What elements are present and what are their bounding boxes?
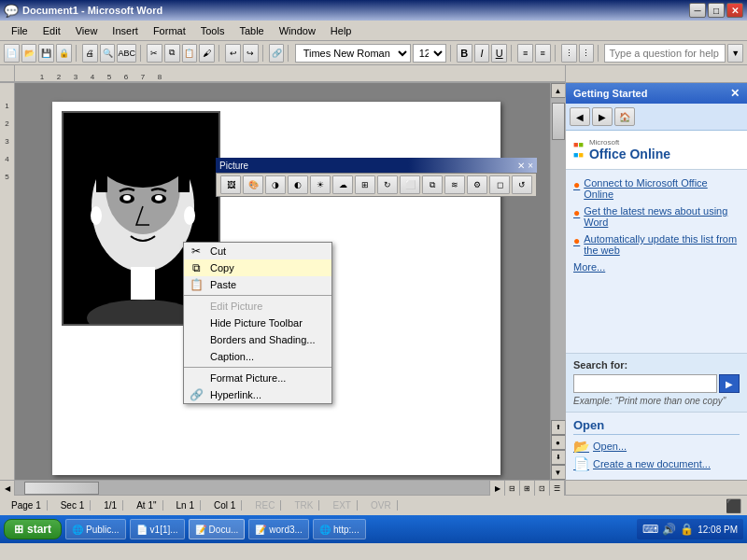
scroll-prev-page-button[interactable]: ⬆ — [551, 420, 566, 435]
menu-format[interactable]: Format — [146, 23, 193, 38]
vertical-scrollbar[interactable]: ▲ ⬆ ● ⬇ ▼ — [550, 83, 565, 480]
menu-view[interactable]: View — [68, 23, 106, 38]
new-button[interactable]: 📄 — [4, 44, 20, 63]
hyperlink-button[interactable]: 🔗 — [269, 44, 285, 63]
menu-window[interactable]: Window — [272, 23, 323, 38]
pic-rotate-btn[interactable]: ↻ — [377, 175, 398, 194]
scroll-up-button[interactable]: ▲ — [551, 83, 566, 98]
spell-button[interactable]: ABC — [117, 44, 136, 63]
help-search-input[interactable] — [604, 44, 726, 63]
paste-tb-button[interactable]: 📋 — [182, 44, 198, 63]
bullets-button[interactable]: ⋮ — [561, 44, 577, 63]
underline-button[interactable]: U — [491, 44, 507, 63]
gs-search-input[interactable] — [573, 374, 717, 393]
numbering-button[interactable]: ⋮ — [579, 44, 595, 63]
gs-close-button[interactable]: ✕ — [730, 87, 740, 100]
start-button[interactable]: ⊞ start — [4, 519, 62, 539]
app-icon: 💬 — [4, 4, 19, 18]
normal-view-btn[interactable]: ⊟ — [505, 481, 520, 496]
taskbar-btn-3[interactable]: 📝 word3... — [248, 519, 309, 539]
print-button[interactable]: 🖨 — [82, 44, 98, 63]
h-scroll-left-button[interactable]: ◀ — [0, 481, 15, 496]
ctx-format-picture[interactable]: Format Picture... — [184, 370, 331, 386]
pic-decrease-bright-btn[interactable]: ☁ — [332, 175, 353, 194]
save-button[interactable]: 💾 — [38, 44, 54, 63]
gs-new-doc[interactable]: 📄 Create a new document... — [573, 456, 740, 471]
gs-search-button[interactable]: ▶ — [719, 374, 740, 393]
ctx-copy[interactable]: ⧉ Copy — [184, 259, 331, 276]
sep2 — [140, 45, 143, 62]
taskbar-btn-0[interactable]: 🌐 Public... — [65, 519, 126, 539]
close-button[interactable]: ✕ — [726, 3, 743, 18]
gs-back-button[interactable]: ◀ — [570, 107, 590, 126]
bold-button[interactable]: B — [457, 44, 472, 63]
open-button[interactable]: 📂 — [21, 44, 37, 63]
gs-link-1[interactable]: ● Get the latest news about using Word — [573, 205, 740, 228]
web-view-btn[interactable]: ⊞ — [520, 481, 535, 496]
menu-table[interactable]: Table — [232, 23, 271, 38]
redo-button[interactable]: ↪ — [243, 44, 259, 63]
gs-forward-button[interactable]: ▶ — [592, 107, 613, 126]
ctx-hyperlink[interactable]: 🔗 Hyperlink... — [184, 386, 331, 403]
pic-transparent-btn[interactable]: ◻ — [489, 175, 510, 194]
align-center-button[interactable]: ≡ — [535, 44, 551, 63]
font-name-selector[interactable]: Times New Roman — [295, 44, 411, 63]
gs-link-0[interactable]: ● Connect to Microsoft Office Online — [573, 177, 740, 200]
menu-insert[interactable]: Insert — [105, 23, 146, 38]
help-dropdown-button[interactable]: ▼ — [727, 44, 743, 63]
menu-tools[interactable]: Tools — [193, 23, 233, 38]
undo-button[interactable]: ↩ — [225, 44, 241, 63]
pic-insert-btn[interactable]: 🖼 — [220, 175, 241, 194]
scroll-track[interactable] — [551, 98, 566, 420]
scroll-thumb[interactable] — [552, 103, 565, 140]
pic-increase-bright-btn[interactable]: ☀ — [310, 175, 331, 194]
copy-tb-button[interactable]: ⧉ — [164, 44, 180, 63]
gs-header: Getting Started ✕ — [566, 83, 747, 104]
pic-text-wrap-btn[interactable]: ≋ — [444, 175, 465, 194]
font-size-selector[interactable]: 12 — [413, 44, 446, 63]
h-scroll-track[interactable] — [15, 481, 489, 495]
ctx-sep2 — [184, 367, 331, 368]
permission-button[interactable]: 🔒 — [56, 44, 72, 63]
scroll-down-button[interactable]: ▼ — [551, 465, 566, 480]
picture-toolbar-close[interactable]: ✕ × — [517, 161, 533, 171]
ctx-paste[interactable]: 📋 Paste — [184, 276, 331, 293]
ctx-hide-toolbar[interactable]: Hide Picture Toolbar — [184, 315, 331, 331]
maximize-button[interactable]: □ — [708, 3, 725, 18]
gs-link-2[interactable]: ● Automatically update this list from th… — [573, 233, 740, 256]
taskbar-btn-1[interactable]: 📄 v1[1]... — [130, 519, 185, 539]
pic-decrease-contrast-btn[interactable]: ◐ — [288, 175, 308, 194]
h-scroll-right-button[interactable]: ▶ — [489, 481, 504, 496]
menu-help[interactable]: Help — [323, 23, 359, 38]
pic-increase-contrast-btn[interactable]: ◑ — [265, 175, 286, 194]
format-painter-button[interactable]: 🖌 — [199, 44, 215, 63]
gs-home-button[interactable]: 🏠 — [614, 107, 635, 126]
scroll-select-button[interactable]: ● — [551, 435, 566, 450]
picture-toolbar-titlebar[interactable]: Picture ✕ × — [216, 158, 537, 173]
align-left-button[interactable]: ≡ — [517, 44, 533, 63]
print-view-btn[interactable]: ⊡ — [535, 481, 550, 496]
taskbar-btn-4[interactable]: 🌐 http:... — [313, 519, 366, 539]
pic-line-style-btn[interactable]: ⬜ — [400, 175, 420, 194]
italic-button[interactable]: I — [474, 44, 490, 63]
outline-view-btn[interactable]: ☰ — [550, 481, 565, 496]
pic-color-btn[interactable]: 🎨 — [243, 175, 263, 194]
cut-tb-button[interactable]: ✂ — [147, 44, 162, 63]
taskbar-btn-2[interactable]: 📝 Docu... — [189, 519, 246, 539]
menu-file[interactable]: File — [4, 23, 35, 38]
gs-open-label: Open... — [593, 441, 627, 452]
ctx-caption[interactable]: Caption... — [184, 348, 331, 365]
pic-format-btn[interactable]: ⚙ — [467, 175, 487, 194]
ctx-borders[interactable]: Borders and Shading... — [184, 331, 331, 348]
h-scroll-thumb[interactable] — [24, 482, 99, 495]
gs-more-link[interactable]: More... — [573, 261, 740, 273]
minimize-button[interactable]: ─ — [689, 3, 706, 18]
scroll-next-page-button[interactable]: ⬇ — [551, 450, 566, 465]
pic-compress-btn[interactable]: ⧉ — [422, 175, 443, 194]
pic-reset-btn[interactable]: ↺ — [512, 175, 532, 194]
pic-crop-btn[interactable]: ⊞ — [355, 175, 375, 194]
menu-edit[interactable]: Edit — [35, 23, 68, 38]
gs-open-file[interactable]: 📂 Open... — [573, 439, 740, 454]
preview-button[interactable]: 🔍 — [100, 44, 116, 63]
ctx-cut[interactable]: ✂ Cut — [184, 243, 331, 259]
